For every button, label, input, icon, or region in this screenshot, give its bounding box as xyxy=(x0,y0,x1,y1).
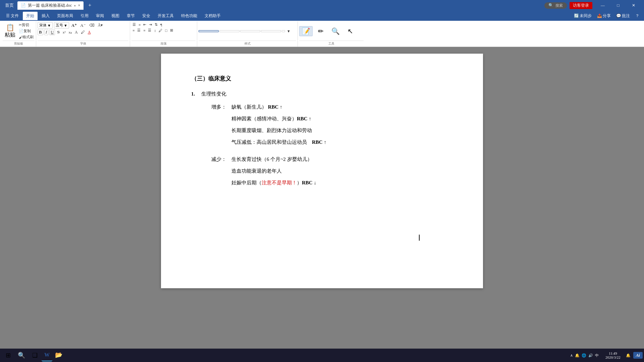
fill-color-button[interactable]: 🖊 xyxy=(158,28,163,33)
section-title: （三）临床意义 xyxy=(191,74,453,84)
share-button[interactable]: 📤 分享 xyxy=(595,12,613,19)
menu-view[interactable]: 视图 xyxy=(108,12,123,20)
search-icon: 🔍 xyxy=(18,352,25,359)
font-name-value: 宋体 xyxy=(39,23,47,28)
maximize-button[interactable]: □ xyxy=(610,0,626,11)
align-center-button[interactable]: ☰ xyxy=(136,28,142,33)
text-tools-icon: ✏ xyxy=(318,27,324,35)
taskbar-wps-app[interactable]: W xyxy=(42,349,52,361)
paragraph-label: 段落 xyxy=(131,41,196,46)
subscript-button[interactable]: x₂ xyxy=(67,30,73,35)
indent-decrease-button[interactable]: ⇤ xyxy=(142,22,147,27)
close-button[interactable]: ✕ xyxy=(626,0,641,11)
text-tools-button[interactable]: ✏ xyxy=(314,26,327,36)
task-view-button[interactable]: ❑ xyxy=(28,349,42,362)
tab-label: 第一篇 临床检验基础.doc xyxy=(28,3,72,8)
search-box[interactable]: 🔍 搜索 xyxy=(544,2,567,9)
styles-expand-button[interactable]: ▼ xyxy=(286,29,291,34)
align-right-button[interactable]: ≡ xyxy=(142,28,146,33)
decrease-entry-2: 造血功能衰退的老年人 xyxy=(191,167,453,176)
format-painter-button[interactable]: 🖌 格式刷 xyxy=(18,34,35,40)
paste-icon: 📋 xyxy=(6,23,14,32)
indent-increase-button[interactable]: ⇥ xyxy=(148,22,153,27)
font-color-button[interactable]: Ā▾ xyxy=(97,22,104,28)
decrease-font-button[interactable]: A⁻ xyxy=(79,22,87,28)
minimize-button[interactable]: — xyxy=(595,0,610,11)
cut-button[interactable]: ✂ 剪切 xyxy=(18,22,35,28)
sort-button[interactable]: ⇅ xyxy=(154,22,159,27)
font-color-A-button[interactable]: A xyxy=(74,29,79,35)
menu-dochelper[interactable]: 文档助手 xyxy=(201,12,224,20)
new-style-button[interactable] xyxy=(282,30,285,32)
bold-button[interactable]: B xyxy=(38,29,43,35)
doc-assistant-button[interactable]: 📝 xyxy=(299,26,313,36)
tab-close-button[interactable]: × xyxy=(78,3,80,8)
style-heading2[interactable] xyxy=(240,30,260,32)
comment-button[interactable]: 💬 批注 xyxy=(614,12,632,19)
font-colorA2-button[interactable]: A xyxy=(87,29,92,35)
search-placeholder: 搜索 xyxy=(555,3,563,8)
document-area: （三）临床意义 1. 生理性变化 增多： 缺氧（新生儿） RBC ↑ 精神因素（… xyxy=(0,47,644,354)
notification-button[interactable]: 🔔 xyxy=(625,353,632,358)
home-button[interactable]: 首页 xyxy=(3,0,16,12)
border-button[interactable]: □ xyxy=(164,28,168,33)
menu-chapter[interactable]: 章节 xyxy=(123,12,138,20)
table-button[interactable]: ⊞ xyxy=(169,28,174,33)
search-button[interactable]: 🔍 xyxy=(15,349,28,362)
align-left-button[interactable]: ≡ xyxy=(131,28,136,33)
red-note: 注意不是早期！ xyxy=(262,180,297,185)
tray-arrow[interactable]: ∧ xyxy=(570,353,573,358)
font-label: 字体 xyxy=(38,41,128,46)
underline-button[interactable]: U xyxy=(49,29,55,35)
italic-button[interactable]: I xyxy=(44,29,48,35)
style-heading3[interactable] xyxy=(261,30,281,32)
tab-modified-dot: ● xyxy=(74,4,76,7)
new-tab-button[interactable]: + xyxy=(86,2,93,8)
paste-label: 粘贴 xyxy=(5,32,15,39)
menu-references[interactable]: 引用 xyxy=(77,12,92,20)
style-normal[interactable] xyxy=(199,30,219,32)
sub-item-decrease: 减少： 生长发育过快（6 个月~2 岁婴幼儿） xyxy=(191,155,453,164)
taskbar-files-app[interactable]: 📂 xyxy=(52,349,65,361)
menu-home[interactable]: 开始 xyxy=(23,12,38,20)
font-size-select[interactable]: 五号 ▼ xyxy=(54,22,69,28)
highlight-button[interactable]: 🖊 xyxy=(80,29,86,35)
decrease-entry-1: 生长发育过快（6 个月~2 岁婴幼儿） xyxy=(231,155,312,164)
line-spacing-button[interactable]: ↕ xyxy=(153,28,157,33)
document-page[interactable]: （三）临床意义 1. 生理性变化 增多： 缺氧（新生儿） RBC ↑ 精神因素（… xyxy=(161,54,483,288)
align-justify-button[interactable]: ☰ xyxy=(147,28,152,33)
menu-insert[interactable]: 插入 xyxy=(38,12,53,20)
user-badge[interactable]: 访客登录 xyxy=(570,2,592,9)
find-replace-button[interactable]: 🔍 xyxy=(329,26,342,36)
paste-button[interactable]: 📋 粘贴 xyxy=(3,23,17,39)
menu-devtools[interactable]: 开发工具 xyxy=(154,12,177,20)
style-heading1[interactable] xyxy=(219,30,239,32)
font-name-select[interactable]: 宋体 ▼ xyxy=(38,22,53,28)
document-tab[interactable]: 📄 第一篇 临床检验基础.doc ● × xyxy=(17,1,84,10)
ai-badge[interactable]: Ai xyxy=(633,352,643,359)
bullets-button[interactable]: ☰ xyxy=(131,22,137,27)
menu-review[interactable]: 审阅 xyxy=(93,12,107,20)
menu-features[interactable]: 特色功能 xyxy=(178,12,201,20)
font-size-value: 五号 xyxy=(56,23,63,28)
copy-button[interactable]: 📄 复制 xyxy=(18,28,35,34)
show-marks-button[interactable]: ¶ xyxy=(159,22,163,27)
select-button[interactable]: ↖ xyxy=(343,26,357,36)
numbering-button[interactable]: ≡ xyxy=(138,22,142,27)
clear-format-button[interactable]: ⌫ xyxy=(88,23,96,28)
styles-label: 样式 xyxy=(199,41,296,46)
menu-file[interactable]: ☰ 文件 xyxy=(3,12,22,20)
increase-entry-1: 缺氧（新生儿） RBC ↑ xyxy=(231,103,282,112)
decrease-entry-3: 妊娠中后期（注意不是早期！）RBC ↓ xyxy=(191,178,453,187)
document-content: （三）临床意义 1. 生理性变化 增多： 缺氧（新生儿） RBC ↑ 精神因素（… xyxy=(191,74,453,187)
help-button[interactable]: ？ xyxy=(633,12,641,19)
increase-font-button[interactable]: A⁺ xyxy=(70,22,78,28)
menu-security[interactable]: 安全 xyxy=(139,12,154,20)
start-button[interactable]: ⊞ xyxy=(1,349,15,362)
menu-layout[interactable]: 页面布局 xyxy=(54,12,76,20)
superscript-button[interactable]: x² xyxy=(62,30,67,35)
notification-icon: 🔔 xyxy=(575,353,580,358)
strikethrough-button[interactable]: S xyxy=(56,29,60,35)
taskbar-clock[interactable]: 11:49 2020/3/22 xyxy=(603,351,623,359)
sync-button[interactable]: 🔄 未同步 xyxy=(572,12,594,19)
